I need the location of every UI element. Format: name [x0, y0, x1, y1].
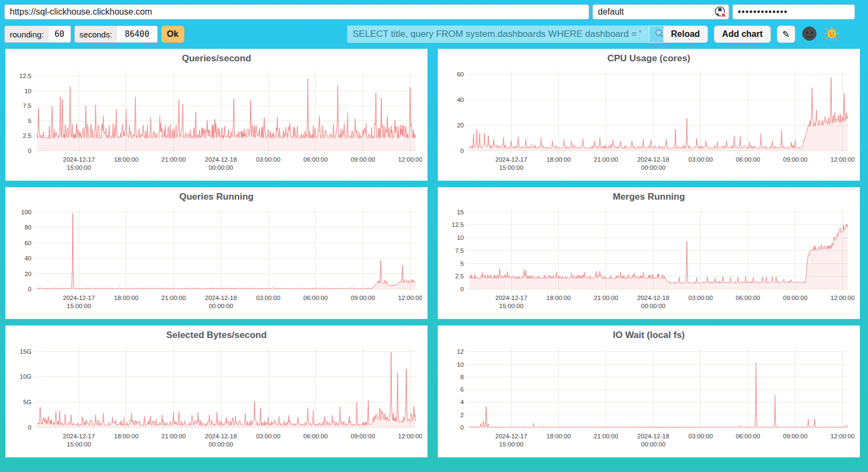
x-tick-label: 21:00:00 [162, 433, 186, 439]
x-tick-label: 00:00:00 [641, 303, 666, 309]
dashboard-query-wrap [347, 25, 669, 43]
x-tick-label: 18:00:00 [546, 156, 571, 163]
x-tick-label: 00:00:00 [209, 164, 233, 171]
x-tick-label: 00:00:00 [641, 164, 666, 171]
series-area [37, 78, 416, 151]
url-input[interactable] [4, 4, 589, 20]
y-tick-label: 20 [457, 122, 464, 129]
y-tick-label: 12 [457, 348, 464, 355]
series-area [469, 362, 848, 428]
pencil-icon: ✎ [782, 29, 790, 40]
x-tick-label: 06:00:00 [303, 156, 328, 163]
new-moon-face-icon [802, 35, 817, 43]
x-tick-label: 2024-12-17 [63, 433, 95, 439]
y-tick-label: 40 [24, 255, 31, 261]
chart-plot-cpu-usage[interactable]: 02040602024-12-1715:00:0018:00:0021:00:0… [442, 65, 854, 176]
dark-theme-button[interactable] [801, 26, 818, 42]
x-tick-label: 21:00:00 [162, 156, 186, 163]
sun-with-face-icon [824, 35, 839, 43]
x-tick-label: 18:00:00 [114, 156, 138, 163]
ok-button[interactable]: Ok [161, 25, 184, 43]
chart-title: CPU Usage (cores) [442, 52, 856, 65]
light-theme-button[interactable] [824, 26, 840, 42]
y-tick-label: 15 [457, 209, 464, 215]
y-tick-label: 60 [457, 71, 464, 78]
x-tick-label: 09:00:00 [783, 433, 808, 439]
seconds-input[interactable] [117, 26, 157, 42]
x-tick-label: 12:00:00 [831, 433, 854, 439]
series-area [37, 352, 416, 428]
password-input[interactable] [732, 4, 855, 20]
x-tick-label: 2024-12-17 [495, 156, 527, 163]
rounding-field: rounding: [4, 25, 71, 43]
y-tick-label: 10 [457, 234, 464, 241]
x-tick-label: 03:00:00 [688, 295, 713, 301]
chart-plot-queries-running[interactable]: 0204060801002024-12-1715:00:0018:00:0021… [10, 203, 422, 315]
series-area [37, 214, 416, 290]
series-line [469, 224, 848, 284]
y-tick-label: 7.5 [455, 247, 464, 254]
add-chart-button[interactable]: Add chart [714, 25, 771, 43]
edit-charts-button[interactable]: ✎ [777, 25, 795, 43]
y-tick-label: 10 [457, 361, 464, 368]
chart-title: Selected Bytes/second [10, 329, 423, 342]
y-tick-label: 10 [24, 88, 31, 94]
x-tick-label: 15:00:00 [499, 164, 524, 171]
x-tick-label: 2024-12-18 [637, 295, 669, 301]
x-tick-label: 2024-12-17 [495, 433, 527, 439]
user-field-wrap [592, 4, 729, 20]
chart-plot-queries-per-second[interactable]: 02.557.51012.52024-12-1715:00:0018:00:00… [10, 65, 422, 176]
charts-grid: Queries/second 02.557.51012.52024-12-171… [0, 49, 868, 457]
seconds-field: seconds: [74, 25, 158, 43]
y-tick-label: 12.5 [452, 221, 464, 228]
x-tick-label: 06:00:00 [303, 433, 328, 439]
toolbar: rounding: seconds: Ok Reload Add chart ✎ [0, 0, 868, 43]
y-tick-label: 0 [461, 424, 464, 431]
y-tick-label: 0 [461, 148, 464, 154]
y-tick-label: 10G [20, 373, 31, 380]
chart-plot-selected-bytes[interactable]: 05G10G15G2024-12-1715:00:0018:00:0021:00… [10, 342, 422, 453]
reload-button[interactable]: Reload [663, 25, 708, 43]
x-tick-label: 2024-12-17 [63, 295, 95, 301]
chart-card: Queries/second 02.557.51012.52024-12-171… [5, 49, 427, 181]
y-tick-label: 12.5 [20, 73, 31, 79]
x-tick-label: 18:00:00 [114, 433, 138, 439]
x-tick-label: 21:00:00 [594, 295, 618, 301]
x-tick-label: 2024-12-18 [637, 156, 669, 163]
chart-title: Merges Running [442, 190, 856, 203]
x-tick-label: 18:00:00 [546, 295, 571, 301]
x-tick-label: 09:00:00 [351, 295, 375, 301]
series-line [469, 362, 848, 428]
series-line [37, 78, 416, 138]
series-line [37, 214, 416, 289]
x-tick-label: 09:00:00 [783, 295, 808, 301]
x-tick-label: 00:00:00 [209, 303, 233, 309]
y-tick-label: 0 [28, 424, 31, 431]
controls-row: rounding: seconds: Ok Reload Add chart ✎ [4, 25, 864, 43]
x-tick-label: 2024-12-18 [205, 295, 237, 301]
y-tick-label: 2.5 [455, 273, 464, 279]
x-tick-label: 00:00:00 [641, 441, 666, 448]
chart-card: Queries Running 0204060801002024-12-1715… [5, 187, 427, 319]
y-tick-label: 0 [461, 286, 464, 292]
user-input[interactable] [592, 4, 729, 20]
rounding-input[interactable] [49, 26, 71, 42]
series-line [469, 78, 848, 149]
x-tick-label: 2024-12-18 [637, 433, 669, 439]
x-tick-label: 2024-12-17 [495, 295, 527, 301]
chart-plot-io-wait[interactable]: 0246810122024-12-1715:00:0018:00:0021:00… [442, 342, 854, 453]
x-tick-label: 03:00:00 [256, 433, 280, 439]
y-tick-label: 6 [461, 386, 464, 393]
dashboard-query-input[interactable] [347, 25, 649, 43]
x-tick-label: 03:00:00 [688, 433, 713, 439]
y-tick-label: 0 [28, 148, 31, 154]
chart-plot-merges-running[interactable]: 02.557.51012.5152024-12-1715:00:0018:00:… [442, 203, 854, 315]
y-tick-label: 5G [23, 399, 31, 405]
chart-card: Selected Bytes/second 05G10G15G2024-12-1… [5, 326, 427, 457]
chart-title: Queries Running [10, 190, 423, 203]
x-tick-label: 15:00:00 [67, 303, 91, 309]
right-buttons: Reload Add chart ✎ [663, 25, 840, 43]
x-tick-label: 2024-12-17 [63, 156, 95, 163]
x-tick-label: 12:00:00 [398, 295, 422, 301]
y-tick-label: 8 [461, 374, 464, 380]
